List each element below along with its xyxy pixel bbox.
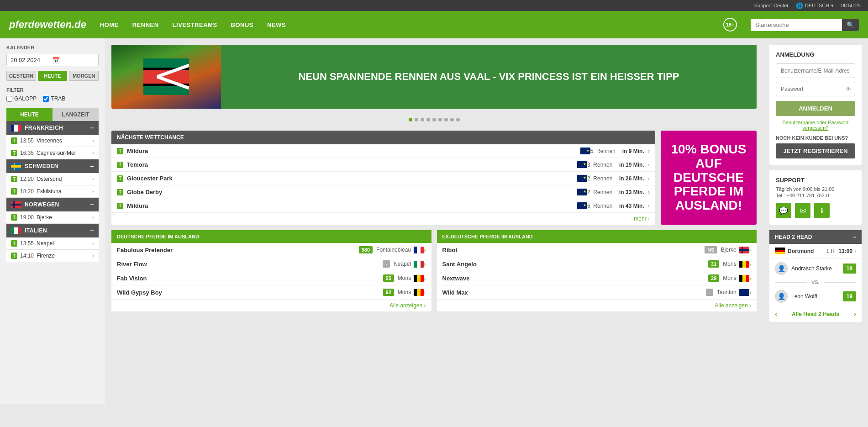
clock-time: 08:50:25	[841, 3, 861, 8]
bet-row-2[interactable]: T Gloucester Park 2. Rennen in 26 Min. ›	[111, 172, 655, 185]
h2h-collapse: −	[853, 234, 856, 240]
eye-icon[interactable]: 👁	[846, 86, 852, 93]
galopp-checkbox[interactable]	[6, 96, 12, 102]
nav-livestreams[interactable]: LIVESTREAMS	[173, 21, 217, 28]
race-eskilstuna[interactable]: T 18:20 Eskilstuna ›	[6, 185, 99, 198]
search-button[interactable]: 🔍	[842, 19, 859, 31]
race-cagnes[interactable]: T 16:35 Cagnes-sur-Mer ›	[6, 147, 99, 159]
german-horse-1[interactable]: River Flow - Neapel ›	[111, 257, 431, 271]
h2h-player2: 👤 Leon Wolff 19	[769, 286, 862, 306]
country-norwegen-label: NORWEGEN	[25, 201, 59, 208]
ex-horse-arrow-3: ›	[749, 289, 751, 296]
ex-horse-1[interactable]: Sant Angelo 31 Mons ›	[437, 257, 757, 271]
nav-rennen[interactable]: RENNEN	[132, 21, 159, 28]
country-schweden[interactable]: SCHWEDEN −	[6, 159, 99, 173]
ex-horse-3[interactable]: Wild Max - Taunton ›	[437, 285, 757, 300]
flag-au-3	[577, 189, 587, 195]
country-norwegen[interactable]: NORWEGEN −	[6, 198, 99, 211]
nav-news[interactable]: NEWS	[267, 21, 286, 28]
bonus-banner[interactable]: 10% BONUS AUF DEUTSCHE PFERDE IM AUSLAND…	[661, 131, 757, 225]
filter-galopp[interactable]: GALOPP	[6, 95, 37, 102]
arrow-icon: ›	[92, 240, 94, 247]
flag-fr	[11, 125, 21, 132]
german-horse-2[interactable]: Fab Vision 55 Mons ›	[111, 271, 431, 285]
email-icon-button[interactable]: ✉	[795, 203, 810, 218]
race-type-t: T	[11, 150, 17, 156]
bet-row-0[interactable]: T Mildura 5. Rennen in 9 Min. ›	[111, 144, 655, 158]
country-frankreich[interactable]: FRANKREICH −	[6, 121, 99, 135]
german-horses-header: DEUTSCHE PFERDE IM AUSLAND	[111, 230, 431, 243]
calendar-icon: 📅	[53, 57, 95, 63]
banner-dot-5[interactable]	[438, 118, 442, 121]
search-input[interactable]	[751, 19, 842, 31]
password-wrap: 👁	[776, 82, 855, 96]
bet-row-3[interactable]: T Globe Derby 2. Rennen in 33 Min. ›	[111, 185, 655, 199]
banner-dot-1[interactable]	[415, 118, 418, 121]
banner-dot-3[interactable]	[426, 118, 430, 121]
logo[interactable]: pferdewetten.de	[9, 19, 86, 31]
german-horse-0[interactable]: Fabulous Pretender 580 Fontainebleau ›	[111, 243, 431, 257]
login-button[interactable]: ANMELDEN	[776, 101, 855, 116]
country-italien[interactable]: ITALIEN −	[6, 224, 99, 237]
language-selector[interactable]: 🌐 DEUTSCH ▾	[796, 2, 834, 9]
german-horse-3[interactable]: Wild Gypsy Boy 92 Mons ›	[111, 285, 431, 300]
sidebar-tabs: HEUTE LANGZEIT	[6, 108, 99, 121]
norwegen-races: T 19:00 Bjerke ›	[6, 211, 99, 224]
ex-odds-3: -	[706, 289, 713, 296]
collapse-frankreich: −	[90, 124, 94, 132]
register-button[interactable]: JETZT REGISTRIEREN	[776, 143, 855, 158]
nav-home[interactable]: HOME	[100, 21, 119, 28]
alle-anzeigen-ex[interactable]: Alle anzeigen ›	[437, 300, 757, 311]
h2h-all-link[interactable]: Alle Head 2 Heads	[777, 311, 853, 317]
day-btn-tomorrow[interactable]: MORGEN	[69, 71, 99, 81]
nav-bonus[interactable]: BONUS	[231, 21, 253, 28]
day-btn-yesterday[interactable]: GESTERN	[6, 71, 36, 81]
banner-dot-0[interactable]	[409, 118, 412, 121]
calendar-input[interactable]: 20.02.2024 📅	[6, 54, 99, 66]
race-type-t: T	[11, 214, 17, 221]
ex-horse-0[interactable]: Ribot NS Bjerke ›	[437, 243, 757, 257]
bet-arrow-3: ›	[648, 189, 650, 195]
support-icons: 💬 ✉ ℹ	[776, 203, 855, 218]
banner-text-area: NEUN SPANNENDE RENNEN AUS VAAL - VIX PRI…	[221, 45, 757, 109]
bet-row-1[interactable]: T Temora 3. Rennen in 19 Min. ›	[111, 158, 655, 172]
password-input[interactable]	[776, 82, 855, 96]
username-input[interactable]	[776, 63, 855, 78]
ex-horse-2[interactable]: Nextwave 29 Mons ›	[437, 271, 757, 285]
flag-fr-0	[414, 247, 424, 253]
trab-checkbox[interactable]	[43, 96, 49, 102]
collapse-schweden: −	[90, 163, 94, 170]
horse-arrow-1: ›	[424, 261, 426, 268]
alle-anzeigen-german[interactable]: Alle anzeigen ›	[111, 300, 431, 311]
support-center-link[interactable]: Support-Center	[754, 3, 789, 8]
banner-dot-8[interactable]	[456, 118, 460, 121]
race-neapel[interactable]: T 13:55 Neapel ›	[6, 237, 99, 250]
bet-row-4[interactable]: T Mildura 6. Rennen in 43 Min. ›	[111, 199, 655, 213]
chat-icon-button[interactable]: 💬	[776, 203, 791, 218]
race-ostersund[interactable]: T 12:20 Östersund ›	[6, 173, 99, 185]
language-label: DEUTSCH	[805, 3, 829, 8]
odds-3: 92	[383, 289, 394, 296]
bet-arrow-0: ›	[648, 148, 650, 154]
banner-dot-7[interactable]	[450, 118, 454, 121]
h2h-next-button[interactable]: ›	[854, 310, 856, 318]
collapse-norwegen: −	[90, 201, 94, 208]
race-vincennes[interactable]: T 13:55 Vincennes ›	[6, 135, 99, 147]
age-badge: 18+	[723, 18, 737, 32]
banner-dot-2[interactable]	[421, 118, 424, 121]
banner-dot-4[interactable]	[432, 118, 436, 121]
arrow-icon: ›	[92, 137, 94, 144]
calendar-label: KALENDER	[6, 45, 99, 50]
day-btn-today[interactable]: HEUTE	[38, 71, 68, 81]
mehr-link[interactable]: mehr ›	[111, 213, 655, 225]
filter-trab[interactable]: TRAB	[43, 95, 65, 102]
flag-be-ex-1	[739, 261, 749, 268]
tab-heute[interactable]: HEUTE	[6, 108, 53, 121]
info-icon-button[interactable]: ℹ	[814, 203, 830, 218]
tab-langzeit[interactable]: LANGZEIT	[53, 108, 99, 121]
forgot-link[interactable]: Benutzername oder Passwort vergessen?	[776, 120, 855, 131]
race-firenze[interactable]: T 14:10 Firenze ›	[6, 250, 99, 262]
race-bjerke[interactable]: T 19:00 Bjerke ›	[6, 211, 99, 224]
banner-dot-6[interactable]	[444, 118, 448, 121]
h2h-race-info[interactable]: Dortmund 1.R 13:00 ›	[769, 244, 862, 258]
